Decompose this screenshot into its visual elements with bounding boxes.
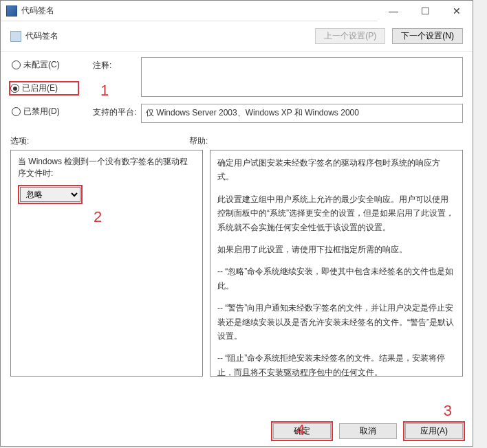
options-label: 选项: <box>10 135 189 147</box>
app-icon <box>6 5 17 16</box>
radio-icon <box>12 107 21 116</box>
help-label: 帮助: <box>189 135 208 147</box>
comment-label: 注释: <box>93 57 141 97</box>
annotation-3: 3 <box>444 402 452 420</box>
prev-setting-button[interactable]: 上一个设置(P) <box>315 28 385 44</box>
radio-icon <box>12 60 21 69</box>
dialog-window: 代码签名 — ☐ ✕ 代码签名 上一个设置(P) 下一个设置(N) 未配置(C)… <box>0 0 473 447</box>
radio-disabled[interactable]: 已禁用(D) <box>10 105 79 118</box>
options-header: 选项: 帮助: <box>1 134 473 150</box>
radio-label: 已禁用(D) <box>23 106 60 117</box>
options-pane: 当 Windows 检测到一个没有数字签名的驱动程序文件时: 忽略 <box>10 150 203 377</box>
help-text: -- “忽略”命令系统继续安装，即使其中包含未经签名的文件也是如此。 <box>217 265 455 293</box>
response-select[interactable]: 忽略 <box>20 187 80 202</box>
help-pane: 确定用户试图安装未经数字签名的驱动程序包时系统的响应方式。 此设置建立组中用户系… <box>210 150 463 377</box>
footer-buttons: 确定 取消 应用(A) <box>273 423 463 439</box>
help-text: 确定用户试图安装未经数字签名的驱动程序包时系统的响应方式。 <box>217 156 455 184</box>
next-setting-button[interactable]: 下一个设置(N) <box>392 28 463 44</box>
options-prompt: 当 Windows 检测到一个没有数字签名的驱动程序文件时: <box>18 156 195 179</box>
minimize-button[interactable]: — <box>378 1 409 21</box>
titlebar: 代码签名 — ☐ ✕ <box>1 1 473 21</box>
platform-textbox: 仅 Windows Server 2003、Windows XP 和 Windo… <box>141 104 463 123</box>
comment-row: 注释: <box>93 57 463 97</box>
window-title: 代码签名 <box>21 5 378 16</box>
help-text: -- “警告”向用户通知未经数字签名的文件，并让用户决定是停止安装还是继续安装以… <box>217 301 455 343</box>
radio-unconfigured[interactable]: 未配置(C) <box>10 58 79 71</box>
maximize-button[interactable]: ☐ <box>409 1 441 21</box>
apply-button[interactable]: 应用(A) <box>405 423 463 439</box>
radio-icon <box>10 84 19 93</box>
ok-button[interactable]: 确定 <box>273 423 331 439</box>
help-text: 如果启用了此设置，请使用下拉框指定所需的响应。 <box>217 243 455 256</box>
cancel-button[interactable]: 取消 <box>339 423 397 439</box>
help-text: -- “阻止”命令系统拒绝安装未经签名的文件。结果是，安装将停止，而且将不安装驱… <box>217 351 455 377</box>
policy-icon <box>10 31 21 42</box>
close-button[interactable]: ✕ <box>441 1 473 21</box>
sys-buttons: — ☐ ✕ <box>378 1 473 21</box>
state-radios: 未配置(C) 已启用(E) 已禁用(D) <box>10 58 79 130</box>
platform-row: 支持的平台: 仅 Windows Server 2003、Windows XP … <box>93 104 463 123</box>
radio-label: 已启用(E) <box>22 82 58 94</box>
toolbar-heading: 代码签名 <box>25 30 58 42</box>
select-highlight: 忽略 <box>18 185 83 204</box>
panes: 当 Windows 检测到一个没有数字签名的驱动程序文件时: 忽略 确定用户试图… <box>1 150 473 377</box>
toolbar: 代码签名 上一个设置(P) 下一个设置(N) <box>1 21 473 52</box>
platform-label: 支持的平台: <box>93 104 141 123</box>
comment-textbox[interactable] <box>141 57 463 97</box>
radio-enabled[interactable]: 已启用(E) <box>9 81 79 96</box>
help-text: 此设置建立组中用户系统上允许的最少安全响应。用户可以使用控制面板中的“系统”选择… <box>217 192 455 234</box>
radio-label: 未配置(C) <box>23 59 60 71</box>
config-section: 未配置(C) 已启用(E) 已禁用(D) 注释: 支持的平台: 仅 Window… <box>1 52 473 134</box>
fields: 注释: 支持的平台: 仅 Windows Server 2003、Windows… <box>93 57 463 130</box>
